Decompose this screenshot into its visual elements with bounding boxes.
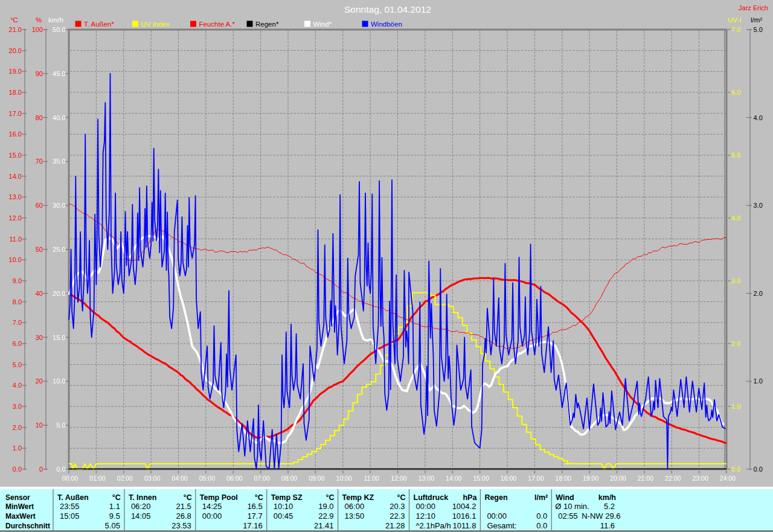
svg-text:11.6: 11.6 xyxy=(600,521,615,530)
svg-text:19.0: 19.0 xyxy=(9,68,22,75)
svg-text:5.0: 5.0 xyxy=(13,361,22,368)
svg-text:Durchschnitt: Durchschnitt xyxy=(5,522,50,530)
svg-text:4.0: 4.0 xyxy=(731,214,740,222)
svg-text:14:05: 14:05 xyxy=(131,511,151,521)
svg-text:Temp Pool: Temp Pool xyxy=(200,493,238,502)
svg-text:21.5: 21.5 xyxy=(176,502,191,511)
svg-text:5.0: 5.0 xyxy=(731,152,740,159)
svg-text:9.0: 9.0 xyxy=(13,277,22,284)
svg-text:16:00: 16:00 xyxy=(501,475,516,482)
svg-text:06:00: 06:00 xyxy=(226,475,242,482)
svg-text:km/h: km/h xyxy=(48,16,63,24)
svg-text:00:45: 00:45 xyxy=(274,511,293,521)
svg-text:35.0: 35.0 xyxy=(53,158,65,165)
svg-text:21:00: 21:00 xyxy=(638,475,653,482)
svg-text:5.2: 5.2 xyxy=(604,502,615,511)
svg-text:Gesamt:: Gesamt: xyxy=(487,521,516,530)
svg-text:UV-I: UV-I xyxy=(728,16,741,24)
svg-text:UV Index: UV Index xyxy=(141,21,170,28)
svg-text:03:00: 03:00 xyxy=(144,475,160,482)
svg-text:22:00: 22:00 xyxy=(665,475,681,482)
svg-text:8.0: 8.0 xyxy=(13,298,22,306)
svg-text:%: % xyxy=(36,16,42,24)
svg-text:21.28: 21.28 xyxy=(385,521,405,530)
svg-text:12.0: 12.0 xyxy=(9,214,22,222)
svg-text:06:20: 06:20 xyxy=(131,502,151,511)
svg-text:1.1: 1.1 xyxy=(109,502,120,511)
svg-text:10.0: 10.0 xyxy=(53,377,65,385)
svg-text:15.0: 15.0 xyxy=(9,152,22,159)
svg-text:02:55: 02:55 xyxy=(558,511,578,521)
svg-text:30.0: 30.0 xyxy=(53,202,65,209)
svg-text:^2.1hPa/h: ^2.1hPa/h xyxy=(416,521,451,530)
svg-text:10.0: 10.0 xyxy=(9,256,22,263)
svg-text:14:00: 14:00 xyxy=(446,475,461,482)
svg-text:26.8: 26.8 xyxy=(176,511,191,521)
svg-text:00:00: 00:00 xyxy=(416,502,436,511)
svg-text:0: 0 xyxy=(39,466,43,473)
svg-text:13:00: 13:00 xyxy=(419,475,434,482)
svg-text:17.16: 17.16 xyxy=(243,521,263,530)
svg-text:7.0: 7.0 xyxy=(13,319,22,326)
svg-text:20.3: 20.3 xyxy=(390,502,405,511)
svg-text:3.0: 3.0 xyxy=(13,403,22,410)
svg-text:13:50: 13:50 xyxy=(345,511,365,521)
svg-text:19:00: 19:00 xyxy=(583,475,598,482)
svg-text:07:00: 07:00 xyxy=(254,475,269,482)
svg-text:T. Innen: T. Innen xyxy=(129,493,157,502)
svg-text:18.0: 18.0 xyxy=(9,89,22,96)
svg-text:°C: °C xyxy=(184,493,192,502)
svg-text:3.0: 3.0 xyxy=(731,277,740,284)
svg-text:90: 90 xyxy=(36,70,43,77)
svg-text:30: 30 xyxy=(36,334,43,341)
svg-text:Sensor: Sensor xyxy=(5,493,30,502)
svg-text:14:25: 14:25 xyxy=(202,502,222,511)
svg-text:25.0: 25.0 xyxy=(53,246,65,253)
svg-text:17.0: 17.0 xyxy=(9,110,22,117)
svg-text:21.0: 21.0 xyxy=(9,26,22,33)
svg-text:23.53: 23.53 xyxy=(172,521,191,530)
svg-text:Wind*: Wind* xyxy=(313,21,332,28)
svg-text:00:00: 00:00 xyxy=(62,475,78,482)
svg-text:17:00: 17:00 xyxy=(528,475,544,482)
svg-text:00:00: 00:00 xyxy=(487,511,507,521)
svg-text:22.9: 22.9 xyxy=(318,511,333,521)
svg-text:1.0: 1.0 xyxy=(754,377,763,385)
svg-text:3.0: 3.0 xyxy=(754,202,763,209)
svg-text:15.0: 15.0 xyxy=(53,334,65,341)
svg-text:80: 80 xyxy=(36,114,43,121)
svg-text:5.0: 5.0 xyxy=(754,26,763,33)
svg-text:0.0: 0.0 xyxy=(731,466,740,473)
svg-text:01:00: 01:00 xyxy=(89,475,105,482)
svg-text:17.7: 17.7 xyxy=(247,511,262,521)
svg-text:70: 70 xyxy=(36,158,43,165)
svg-text:50.0: 50.0 xyxy=(53,26,65,33)
svg-text:2.0: 2.0 xyxy=(731,340,740,347)
svg-text:7.0: 7.0 xyxy=(731,26,740,33)
svg-text:Jarz Erich: Jarz Erich xyxy=(739,4,768,11)
svg-text:0.0: 0.0 xyxy=(536,521,547,530)
svg-text:Feuchte A.*: Feuchte A.* xyxy=(199,21,236,28)
svg-text:Temp KZ: Temp KZ xyxy=(342,493,374,502)
svg-text:16.0: 16.0 xyxy=(9,130,22,138)
svg-text:°C: °C xyxy=(397,493,405,502)
svg-text:5.0: 5.0 xyxy=(56,421,65,429)
svg-text:21.41: 21.41 xyxy=(314,521,334,530)
svg-text:T. Außen*: T. Außen* xyxy=(84,21,114,28)
svg-text:°C: °C xyxy=(326,493,335,502)
svg-text:°C: °C xyxy=(255,493,263,502)
svg-text:4.0: 4.0 xyxy=(754,114,763,121)
svg-text:N-NW 29.6: N-NW 29.6 xyxy=(582,511,620,521)
svg-text:20.0: 20.0 xyxy=(9,47,22,54)
svg-text:l/m²: l/m² xyxy=(751,16,762,24)
svg-text:Luftdruck: Luftdruck xyxy=(414,493,449,502)
svg-text:12:00: 12:00 xyxy=(391,475,406,482)
svg-text:40: 40 xyxy=(36,290,43,297)
svg-text:08:00: 08:00 xyxy=(281,475,297,482)
svg-text:1.0: 1.0 xyxy=(13,444,22,452)
svg-text:05:00: 05:00 xyxy=(199,475,215,482)
svg-text:23:00: 23:00 xyxy=(692,475,708,482)
svg-text:Ø 10 min.: Ø 10 min. xyxy=(555,502,589,511)
svg-text:l/m²: l/m² xyxy=(534,493,548,502)
svg-text:16.5: 16.5 xyxy=(247,502,262,511)
